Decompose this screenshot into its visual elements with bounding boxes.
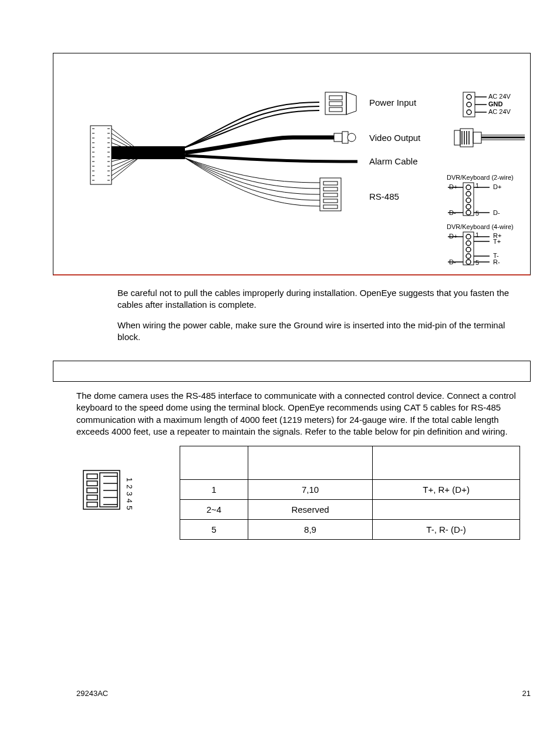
svg-text:3: 3	[125, 492, 134, 496]
table-cell	[373, 500, 520, 520]
table-header-cell	[248, 446, 372, 480]
table-header-cell	[373, 446, 520, 480]
svg-text:1: 1	[125, 478, 134, 482]
table-cell: T+, R+ (D+)	[373, 480, 520, 500]
svg-point-41	[467, 102, 471, 107]
svg-rect-33	[320, 178, 341, 211]
svg-point-71	[466, 260, 471, 264]
svg-point-40	[467, 95, 471, 99]
page: Power Input Video Output Alarm Cable RS-…	[0, 0, 560, 733]
svg-text:5: 5	[125, 506, 134, 510]
table-row: 2~4 Reserved	[180, 500, 520, 520]
svg-point-68	[466, 241, 471, 246]
label-2wire-title: DVR/Keyboard (2-wire)	[447, 174, 514, 181]
svg-rect-79	[87, 474, 97, 479]
label-video-output: Video Output	[369, 133, 420, 143]
wiring-diagram-frame: Power Input Video Output Alarm Cable RS-…	[53, 53, 531, 275]
svg-rect-28	[329, 102, 342, 106]
label-alarm-cable: Alarm Cable	[369, 156, 418, 166]
svg-rect-29	[329, 107, 342, 112]
svg-rect-35	[323, 187, 338, 191]
svg-rect-30	[334, 133, 342, 142]
svg-text:2: 2	[125, 485, 134, 489]
main-connector-icon	[90, 126, 112, 184]
label-4wire-pin5: 5	[475, 259, 479, 266]
svg-rect-36	[323, 193, 338, 197]
rs485-pin-figure: 1 2 3 4 5	[76, 460, 158, 519]
svg-point-58	[466, 191, 471, 196]
label-power-input: Power Input	[369, 97, 416, 107]
paragraph-2: When wiring the power cable, make sure t…	[53, 320, 531, 344]
label-rs485: RS-485	[369, 191, 399, 201]
svg-rect-52	[473, 132, 481, 143]
svg-point-57	[466, 185, 471, 190]
rs485-pin-table: 1 7,10 T+, R+ (D+) 2~4 Reserved 5 8,9 T-…	[180, 446, 520, 540]
svg-rect-85	[87, 495, 97, 500]
svg-rect-89	[100, 473, 117, 507]
table-cell: Reserved	[248, 500, 372, 520]
section-heading-frame	[53, 361, 531, 382]
paragraph-1: Be careful not to pull the cables improp…	[53, 287, 531, 311]
svg-point-70	[466, 254, 471, 258]
label-2wire-right-bot: D-	[493, 209, 500, 216]
table-cell: 7,10	[248, 480, 372, 500]
footer-page-number: 21	[522, 689, 531, 698]
svg-rect-87	[87, 502, 97, 507]
svg-point-67	[466, 234, 471, 239]
paragraph-3: The dome camera uses the RS-485 interfac…	[53, 390, 531, 438]
video-out-connector-icon	[454, 129, 525, 147]
label-ac24-bot: AC 24V	[488, 108, 511, 115]
table-row: 1 7,10 T+, R+ (D+)	[180, 480, 520, 500]
label-4wire-pin1: 1	[475, 231, 479, 238]
svg-rect-25	[112, 146, 185, 159]
table-cell: 8,9	[248, 520, 372, 540]
footer-doc-id: 29243AC	[76, 689, 108, 698]
page-footer: 29243AC 21	[76, 689, 531, 698]
svg-text:4: 4	[125, 499, 134, 503]
label-4wire-r-minus: R-	[493, 258, 500, 265]
label-2wire-left-top: D+	[449, 183, 457, 190]
rs485-wire-icon	[185, 158, 341, 211]
svg-rect-34	[323, 181, 338, 185]
svg-rect-81	[87, 481, 97, 486]
svg-point-61	[466, 210, 471, 215]
svg-rect-27	[329, 96, 342, 100]
svg-point-42	[467, 110, 471, 115]
label-4wire-t-plus: T+	[493, 238, 501, 245]
svg-rect-39	[463, 92, 475, 117]
svg-point-60	[466, 204, 471, 209]
label-2wire-pin5: 5	[475, 210, 479, 217]
label-2wire-right-top: D+	[493, 183, 501, 190]
label-4wire-left-bot: D-	[449, 258, 456, 265]
label-2wire-pin1: 1	[475, 182, 479, 189]
table-row: 5 8,9 T-, R- (D-)	[180, 520, 520, 540]
table-cell: 5	[180, 520, 248, 540]
table-header-cell	[180, 446, 248, 480]
svg-rect-38	[323, 205, 338, 209]
table-cell: T-, R- (D-)	[373, 520, 520, 540]
svg-point-32	[348, 133, 356, 142]
video-wire-icon	[185, 132, 356, 153]
svg-point-69	[466, 247, 471, 252]
table-cell: 1	[180, 480, 248, 500]
svg-rect-46	[454, 130, 460, 145]
table-cell: 2~4	[180, 500, 248, 520]
label-4wire-title: DVR/Keyboard (4-wire)	[447, 223, 514, 230]
svg-rect-83	[87, 488, 97, 493]
wiring-diagram: Power Input Video Output Alarm Cable RS-…	[58, 58, 525, 270]
svg-rect-37	[323, 199, 338, 203]
table-header-row	[180, 446, 520, 480]
alarm-wire-icon	[185, 156, 357, 162]
power-terminal-icon	[463, 92, 487, 117]
label-gnd: GND	[488, 100, 502, 107]
svg-point-59	[466, 198, 471, 203]
label-2wire-left-bot: D-	[449, 209, 456, 216]
label-4wire-left-top: D+	[449, 233, 457, 240]
label-ac24-top: AC 24V	[488, 93, 511, 100]
